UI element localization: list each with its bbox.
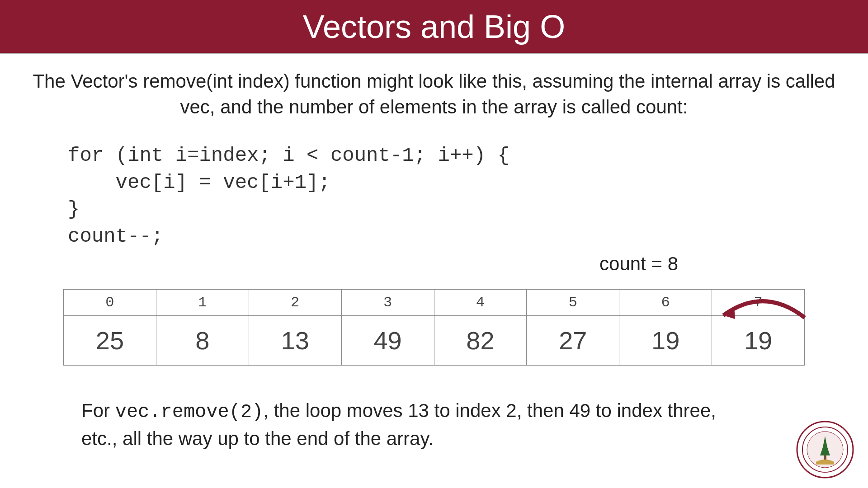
outro-code: vec.remove(2)	[115, 401, 264, 423]
array-index-cell: 6	[619, 290, 712, 316]
array-index-row: 0 1 2 3 4 5 6 7	[64, 290, 805, 316]
array-value-cell: 8	[156, 316, 249, 366]
array-value-cell: 19	[619, 316, 712, 366]
array-index-cell: 3	[341, 290, 434, 316]
array-index-cell: 4	[434, 290, 527, 316]
array-index-cell: 5	[527, 290, 619, 316]
array-index-cell: 7	[712, 290, 805, 316]
array-index-cell: 1	[156, 290, 249, 316]
array-index-cell: 0	[64, 290, 156, 316]
university-seal-icon	[796, 420, 854, 479]
array-table: 0 1 2 3 4 5 6 7 25 8 13 49 82 27 19 19	[63, 289, 805, 366]
outro-text: For vec.remove(2), the loop moves 13 to …	[81, 398, 741, 452]
array-diagram: 0 1 2 3 4 5 6 7 25 8 13 49 82 27 19 19	[63, 289, 805, 366]
array-index-cell: 2	[249, 290, 341, 316]
count-label: count = 8	[599, 253, 678, 275]
array-value-row: 25 8 13 49 82 27 19 19	[64, 316, 805, 366]
array-value-cell: 25	[64, 316, 156, 366]
array-value-cell: 82	[434, 316, 527, 366]
array-value-cell: 49	[341, 316, 434, 366]
slide-title: Vectors and Big O	[303, 8, 565, 45]
array-value-cell: 19	[712, 316, 805, 366]
array-value-cell: 13	[249, 316, 341, 366]
array-value-cell: 27	[527, 316, 619, 366]
code-snippet: for (int i=index; i < count-1; i++) { ve…	[68, 142, 868, 250]
outro-pre: For	[81, 400, 115, 421]
intro-text: The Vector's remove(int index) function …	[27, 69, 841, 120]
title-bar: Vectors and Big O	[0, 0, 868, 54]
